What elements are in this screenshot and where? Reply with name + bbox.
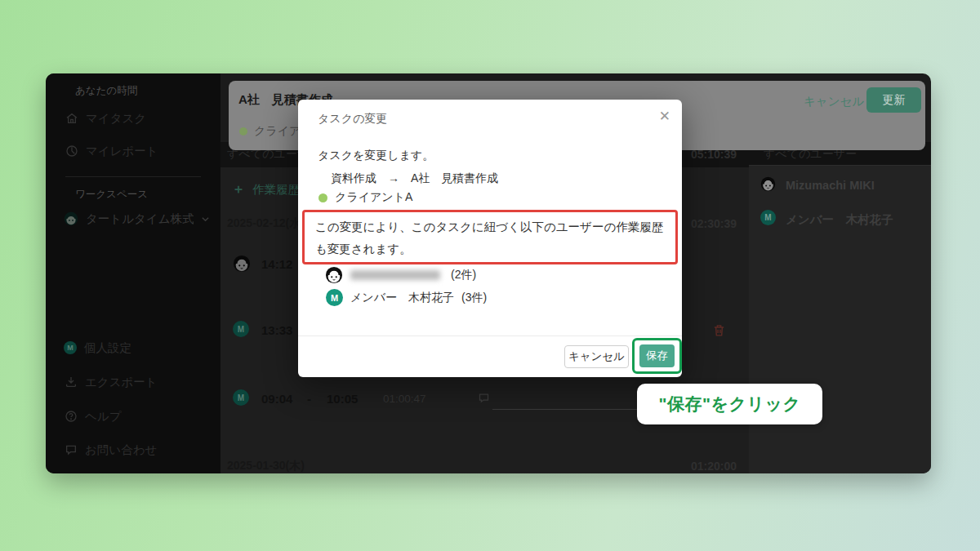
comment-icon[interactable] [478, 392, 490, 404]
modal-footer-divider [298, 335, 682, 336]
report-icon [65, 144, 78, 158]
workspace-selector[interactable]: タートルタイム株式会... [64, 211, 210, 227]
workspace-name: タートルタイム株式会... [86, 211, 194, 227]
modal-client-row: クライアントA [318, 190, 412, 205]
chat-icon [65, 443, 78, 456]
user-avatar-m-icon: M [64, 341, 77, 354]
user-name: メンバー 木村花子 [786, 212, 893, 228]
header-cancel-button[interactable]: キャンセル [804, 94, 864, 109]
header-update-button[interactable]: 更新 [866, 87, 921, 113]
new-task-name: A社 見積書作成 [411, 171, 498, 186]
modal-cancel-button[interactable]: キャンセル [564, 345, 629, 368]
sidebar-item-contact[interactable]: お問い合わせ [65, 442, 157, 458]
warning-highlight-box: この変更により、このタスクに紐づく以下のユーザーの作業履歴も変更されます。 [302, 210, 678, 264]
entry-start-time: 14:12 [261, 257, 292, 271]
user-face-avatar [325, 266, 343, 284]
modal-save-button[interactable]: 保存 [639, 344, 675, 367]
sidebar-item-label: エクスポート [85, 375, 158, 390]
date-group-header: 2025-01-30(木) [227, 459, 305, 473]
affected-user-row: (2件) [325, 266, 476, 284]
help-icon [65, 410, 78, 423]
sidebar-item-label: お問い合わせ [85, 442, 157, 458]
entry-time-separator: - [307, 392, 311, 406]
modal-title: タスクの変更 [318, 112, 387, 127]
client-color-dot-icon [318, 193, 327, 202]
modal-intro-text: タスクを変更します。 [318, 149, 434, 163]
sidebar: あなたの時間 マイタスク マイレポート ワークスペース タートルタイム株式会..… [46, 73, 220, 473]
warning-text: この変更により、このタスクに紐づく以下のユーザーの作業履歴も変更されます。 [315, 216, 669, 260]
task-change-modal: タスクの変更 ✕ タスクを変更します。 資料作成 → A社 見積書作成 クライア… [298, 100, 682, 377]
affected-user-row: M メンバー 木村花子 (3件) [326, 289, 487, 306]
workspace-avatar [64, 211, 78, 226]
sidebar-item-help[interactable]: ヘルプ [65, 408, 122, 424]
date-group-total: 01:20:00 [650, 460, 737, 473]
affected-entry-count: (3件) [461, 291, 487, 305]
affected-entry-count: (2件) [451, 268, 476, 282]
user-face-avatar [760, 176, 776, 192]
user-avatar-m-icon: M [760, 210, 776, 225]
annotation-callout: "保存"をクリック [637, 384, 822, 424]
redacted-user-name [350, 270, 440, 280]
download-icon [65, 375, 78, 389]
sidebar-item-label: ヘルプ [85, 409, 122, 424]
sidebar-item-my-report[interactable]: マイレポート [65, 143, 158, 159]
home-icon [65, 112, 78, 125]
entry-start-time[interactable]: 09:04 [261, 392, 292, 406]
client-name: クライアントA [335, 190, 412, 205]
affected-user-name: メンバー 木村花子 [350, 291, 454, 305]
close-icon[interactable]: ✕ [659, 108, 670, 125]
date-group-header: 2025-02-12(水) [227, 216, 305, 231]
client-color-dot-icon [239, 127, 247, 136]
task-change-line: 資料作成 → A社 見積書作成 [331, 171, 498, 186]
sidebar-section-your-time: あなたの時間 [75, 84, 137, 98]
entry-duration: 01:00:47 [383, 393, 426, 405]
sidebar-item-personal-settings[interactable]: M 個人設定 [64, 340, 131, 356]
user-avatar-m-icon: M [233, 321, 249, 337]
save-highlight-ring: 保存 [632, 338, 682, 374]
user-name: Mizumachi MIKI [786, 179, 875, 192]
old-task-name: 資料作成 [331, 171, 376, 186]
arrow-right-icon: → [388, 171, 399, 186]
chevron-down-icon [201, 215, 210, 224]
plus-icon: ＋ [232, 181, 245, 198]
sidebar-divider [65, 176, 201, 177]
annotation-callout-text: "保存"をクリック [659, 393, 801, 415]
entry-end-time[interactable]: 10:05 [327, 392, 358, 406]
user-avatar-m-icon: M [326, 289, 343, 306]
user-face-avatar [233, 255, 251, 273]
entry-start-time: 13:33 [261, 323, 292, 337]
trash-icon[interactable] [712, 323, 726, 337]
sidebar-item-label: 個人設定 [84, 340, 131, 356]
sidebar-item-export[interactable]: エクスポート [65, 374, 158, 390]
sidebar-section-workspace: ワークスペース [75, 188, 148, 202]
sidebar-item-label: マイレポート [86, 144, 158, 159]
user-avatar-m-icon: M [233, 389, 249, 406]
sidebar-item-label: マイタスク [86, 111, 146, 127]
sidebar-item-my-tasks[interactable]: マイタスク [65, 110, 146, 127]
